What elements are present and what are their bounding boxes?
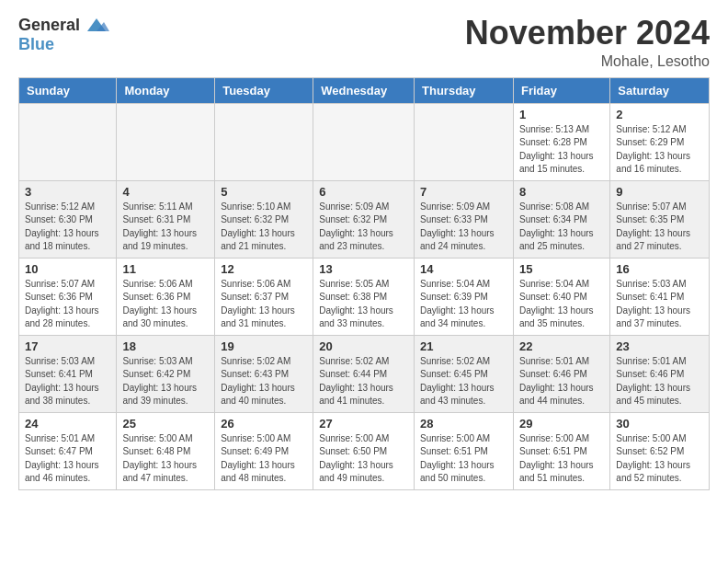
day-number: 26 [221, 417, 307, 431]
col-thursday: Thursday [415, 77, 514, 103]
day-number: 3 [25, 185, 110, 199]
table-row [19, 103, 117, 180]
table-row: 25Sunrise: 5:00 AMSunset: 6:48 PMDayligh… [117, 412, 215, 489]
table-row: 5Sunrise: 5:10 AMSunset: 6:32 PMDaylight… [215, 180, 313, 258]
table-row: 13Sunrise: 5:05 AMSunset: 6:38 PMDayligh… [313, 258, 415, 335]
table-row: 15Sunrise: 5:04 AMSunset: 6:40 PMDayligh… [513, 258, 609, 335]
day-number: 30 [616, 417, 703, 431]
table-row: 9Sunrise: 5:07 AMSunset: 6:35 PMDaylight… [610, 180, 710, 258]
table-row: 4Sunrise: 5:11 AMSunset: 6:31 PMDaylight… [117, 180, 215, 258]
day-number: 11 [122, 262, 209, 276]
day-number: 24 [25, 417, 110, 431]
calendar-header-row: Sunday Monday Tuesday Wednesday Thursday… [19, 77, 710, 103]
day-info: Sunrise: 5:00 AMSunset: 6:48 PMDaylight:… [122, 432, 209, 486]
day-info: Sunrise: 5:12 AMSunset: 6:29 PMDaylight:… [616, 123, 703, 177]
day-number: 9 [616, 185, 703, 199]
calendar-row: 24Sunrise: 5:01 AMSunset: 6:47 PMDayligh… [19, 412, 710, 489]
day-info: Sunrise: 5:09 AMSunset: 6:33 PMDaylight:… [420, 201, 507, 254]
day-number: 20 [319, 339, 408, 353]
day-info: Sunrise: 5:04 AMSunset: 6:39 PMDaylight:… [420, 278, 507, 331]
day-info: Sunrise: 5:02 AMSunset: 6:45 PMDaylight:… [420, 355, 507, 408]
col-tuesday: Tuesday [215, 77, 313, 103]
day-number: 8 [519, 185, 604, 199]
day-info: Sunrise: 5:03 AMSunset: 6:41 PMDaylight:… [616, 278, 703, 331]
table-row: 23Sunrise: 5:01 AMSunset: 6:46 PMDayligh… [610, 335, 710, 412]
table-row: 28Sunrise: 5:00 AMSunset: 6:51 PMDayligh… [415, 412, 514, 489]
table-row: 20Sunrise: 5:02 AMSunset: 6:44 PMDayligh… [313, 335, 415, 412]
table-row: 18Sunrise: 5:03 AMSunset: 6:42 PMDayligh… [117, 335, 215, 412]
day-number: 22 [519, 339, 604, 353]
day-number: 12 [221, 262, 307, 276]
day-info: Sunrise: 5:02 AMSunset: 6:43 PMDaylight:… [221, 355, 307, 408]
calendar-row: 10Sunrise: 5:07 AMSunset: 6:36 PMDayligh… [19, 258, 710, 335]
day-number: 1 [519, 108, 604, 121]
calendar-row: 17Sunrise: 5:03 AMSunset: 6:41 PMDayligh… [19, 335, 710, 412]
calendar-row: 3Sunrise: 5:12 AMSunset: 6:30 PMDaylight… [19, 180, 710, 258]
day-info: Sunrise: 5:00 AMSunset: 6:51 PMDaylight:… [420, 432, 507, 486]
table-row: 16Sunrise: 5:03 AMSunset: 6:41 PMDayligh… [610, 258, 710, 335]
table-row: 24Sunrise: 5:01 AMSunset: 6:47 PMDayligh… [19, 412, 117, 489]
table-row: 6Sunrise: 5:09 AMSunset: 6:32 PMDaylight… [313, 180, 415, 258]
day-number: 10 [25, 262, 110, 276]
table-row: 3Sunrise: 5:12 AMSunset: 6:30 PMDaylight… [19, 180, 117, 258]
day-number: 6 [319, 185, 408, 199]
day-info: Sunrise: 5:01 AMSunset: 6:46 PMDaylight:… [616, 355, 703, 408]
table-row: 1Sunrise: 5:13 AMSunset: 6:28 PMDaylight… [513, 103, 609, 180]
header: General Blue November 2024 Mohale, Lesot… [18, 15, 710, 70]
day-number: 14 [420, 262, 507, 276]
logo: General [18, 15, 109, 35]
logo-blue: Blue [18, 35, 54, 54]
table-row [415, 103, 514, 180]
day-info: Sunrise: 5:13 AMSunset: 6:28 PMDaylight:… [519, 123, 604, 177]
day-info: Sunrise: 5:07 AMSunset: 6:35 PMDaylight:… [616, 201, 703, 254]
day-info: Sunrise: 5:03 AMSunset: 6:42 PMDaylight:… [122, 355, 209, 408]
day-number: 5 [221, 185, 307, 199]
title-area: November 2024 Mohale, Lesotho [465, 15, 710, 70]
day-number: 15 [519, 262, 604, 276]
day-info: Sunrise: 5:02 AMSunset: 6:44 PMDaylight:… [319, 355, 408, 408]
day-number: 28 [420, 417, 507, 431]
table-row [215, 103, 313, 180]
table-row: 12Sunrise: 5:06 AMSunset: 6:37 PMDayligh… [215, 258, 313, 335]
table-row: 10Sunrise: 5:07 AMSunset: 6:36 PMDayligh… [19, 258, 117, 335]
logo-general: General [18, 16, 80, 35]
day-info: Sunrise: 5:04 AMSunset: 6:40 PMDaylight:… [519, 278, 604, 331]
day-info: Sunrise: 5:08 AMSunset: 6:34 PMDaylight:… [519, 201, 604, 254]
table-row: 17Sunrise: 5:03 AMSunset: 6:41 PMDayligh… [19, 335, 117, 412]
col-friday: Friday [513, 77, 609, 103]
table-row [117, 103, 215, 180]
day-info: Sunrise: 5:07 AMSunset: 6:36 PMDaylight:… [25, 278, 110, 331]
table-row: 21Sunrise: 5:02 AMSunset: 6:45 PMDayligh… [415, 335, 514, 412]
table-row: 7Sunrise: 5:09 AMSunset: 6:33 PMDaylight… [415, 180, 514, 258]
day-info: Sunrise: 5:12 AMSunset: 6:30 PMDaylight:… [25, 201, 110, 254]
day-number: 4 [122, 185, 209, 199]
day-number: 16 [616, 262, 703, 276]
calendar: Sunday Monday Tuesday Wednesday Thursday… [18, 77, 710, 490]
table-row: 2Sunrise: 5:12 AMSunset: 6:29 PMDaylight… [610, 103, 710, 180]
table-row: 8Sunrise: 5:08 AMSunset: 6:34 PMDaylight… [513, 180, 609, 258]
day-number: 17 [25, 339, 110, 353]
table-row: 29Sunrise: 5:00 AMSunset: 6:51 PMDayligh… [513, 412, 609, 489]
table-row [313, 103, 415, 180]
day-info: Sunrise: 5:01 AMSunset: 6:47 PMDaylight:… [25, 432, 110, 486]
day-number: 7 [420, 185, 507, 199]
day-info: Sunrise: 5:01 AMSunset: 6:46 PMDaylight:… [519, 355, 604, 408]
day-number: 27 [319, 417, 408, 431]
day-info: Sunrise: 5:05 AMSunset: 6:38 PMDaylight:… [319, 278, 408, 331]
day-info: Sunrise: 5:03 AMSunset: 6:41 PMDaylight:… [25, 355, 110, 408]
day-number: 19 [221, 339, 307, 353]
page: General Blue November 2024 Mohale, Lesot… [0, 0, 728, 505]
table-row: 26Sunrise: 5:00 AMSunset: 6:49 PMDayligh… [215, 412, 313, 489]
day-info: Sunrise: 5:11 AMSunset: 6:31 PMDaylight:… [122, 201, 209, 254]
table-row: 27Sunrise: 5:00 AMSunset: 6:50 PMDayligh… [313, 412, 415, 489]
day-number: 29 [519, 417, 604, 431]
col-sunday: Sunday [19, 77, 117, 103]
day-number: 23 [616, 339, 703, 353]
day-info: Sunrise: 5:10 AMSunset: 6:32 PMDaylight:… [221, 201, 307, 254]
day-number: 21 [420, 339, 507, 353]
logo-area: General Blue [18, 15, 109, 54]
day-info: Sunrise: 5:00 AMSunset: 6:50 PMDaylight:… [319, 432, 408, 486]
day-number: 13 [319, 262, 408, 276]
day-info: Sunrise: 5:06 AMSunset: 6:36 PMDaylight:… [122, 278, 209, 331]
col-wednesday: Wednesday [313, 77, 415, 103]
